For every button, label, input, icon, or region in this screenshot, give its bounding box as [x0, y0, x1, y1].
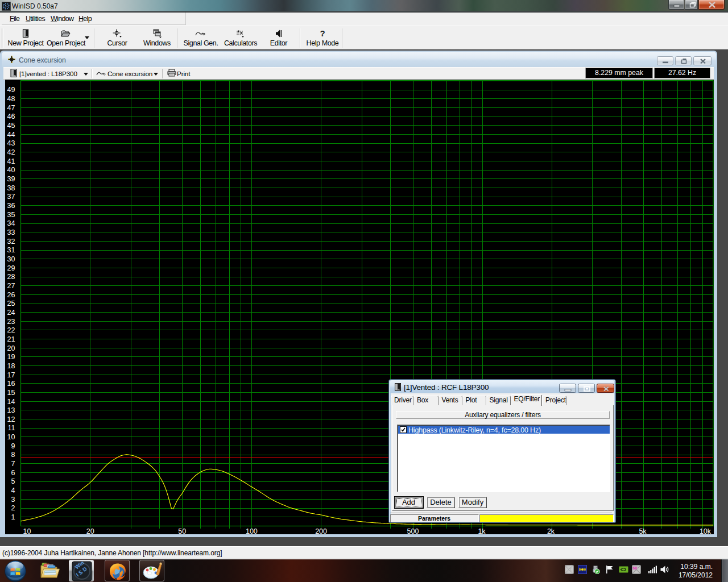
- svg-text:39: 39: [7, 175, 15, 183]
- svg-text:12: 12: [7, 415, 15, 423]
- svg-text:14: 14: [7, 398, 15, 406]
- svg-text:4: 4: [11, 487, 15, 494]
- svg-text:40: 40: [7, 166, 15, 174]
- svg-text:44: 44: [7, 131, 15, 139]
- svg-text:49: 49: [7, 86, 15, 94]
- svg-text:34: 34: [7, 219, 15, 227]
- svg-text:9: 9: [11, 442, 15, 450]
- svg-text:32: 32: [7, 238, 15, 246]
- svg-text:30: 30: [7, 255, 15, 263]
- svg-text:3: 3: [11, 496, 15, 504]
- svg-text:10: 10: [7, 433, 15, 441]
- svg-text:31: 31: [7, 246, 15, 254]
- svg-text:18: 18: [7, 362, 15, 370]
- svg-text:10k: 10k: [700, 527, 712, 535]
- svg-text:19: 19: [7, 353, 15, 361]
- svg-text:7: 7: [11, 460, 15, 468]
- svg-text:11: 11: [8, 424, 15, 432]
- svg-text:43: 43: [7, 139, 15, 147]
- svg-text:21: 21: [7, 335, 15, 343]
- svg-text:10: 10: [23, 527, 31, 535]
- svg-text:29: 29: [7, 264, 15, 272]
- svg-text:500: 500: [407, 527, 419, 535]
- svg-text:24: 24: [7, 309, 15, 317]
- svg-text:25: 25: [7, 300, 15, 307]
- svg-text:42: 42: [7, 148, 15, 156]
- svg-text:13: 13: [7, 406, 15, 414]
- svg-text:16: 16: [7, 380, 15, 388]
- svg-text:35: 35: [7, 211, 15, 219]
- svg-text:27: 27: [7, 282, 15, 290]
- svg-text:41: 41: [7, 157, 15, 165]
- svg-text:2: 2: [11, 504, 15, 512]
- svg-text:23: 23: [7, 318, 15, 326]
- svg-text:8: 8: [11, 451, 15, 459]
- svg-text:5k: 5k: [639, 527, 647, 535]
- svg-text:33: 33: [7, 228, 15, 236]
- svg-text:2k: 2k: [547, 527, 555, 535]
- svg-text:48: 48: [7, 95, 15, 103]
- svg-text:36: 36: [7, 202, 15, 210]
- svg-text:20: 20: [86, 527, 94, 535]
- svg-text:1k: 1k: [478, 527, 486, 535]
- svg-text:60: 60: [633, 566, 638, 570]
- svg-text:20: 20: [7, 344, 15, 352]
- svg-text:200: 200: [315, 527, 327, 535]
- svg-text:47: 47: [7, 104, 15, 112]
- svg-text:37: 37: [7, 193, 15, 201]
- svg-text:1: 1: [11, 513, 15, 521]
- svg-text:22: 22: [7, 326, 15, 334]
- svg-text:45: 45: [7, 122, 15, 130]
- svg-text:15: 15: [7, 389, 15, 397]
- svg-text:28: 28: [7, 273, 15, 281]
- svg-text:100: 100: [246, 527, 258, 535]
- svg-text:6: 6: [11, 469, 15, 477]
- svg-text:26: 26: [7, 291, 15, 299]
- svg-text:38: 38: [7, 184, 15, 192]
- svg-text:17: 17: [7, 371, 15, 379]
- svg-text:46: 46: [7, 113, 15, 120]
- svg-text:50: 50: [178, 527, 186, 535]
- svg-text:5: 5: [11, 477, 15, 485]
